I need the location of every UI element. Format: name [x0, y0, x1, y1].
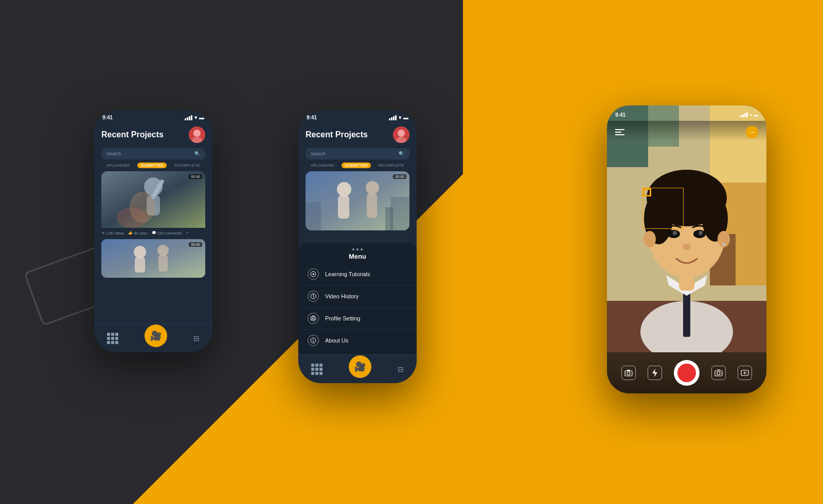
search-placeholder-1: Search	[106, 151, 121, 156]
svg-marker-61	[652, 369, 657, 377]
tab-incomplete-2[interactable]: INCOMPLETE	[375, 163, 407, 168]
video-stats-1: 👁 1.5K Views 👍 4K Likes 💬 220 Comments ↗	[101, 228, 205, 236]
svg-point-63	[717, 372, 720, 375]
record-button[interactable]	[674, 360, 700, 386]
status-bar-1: 9:41 ▾ ▬	[94, 111, 212, 122]
svg-rect-60	[627, 370, 630, 371]
battery-icon-1: ▬	[199, 115, 204, 120]
nav-settings-icon-2[interactable]: ⊟	[398, 365, 404, 373]
search-bar-2[interactable]: Search 🔍	[306, 148, 409, 159]
menu-item-profile[interactable]: Profile Setting	[298, 308, 417, 330]
status-icons-1: ▾ ▬	[185, 115, 204, 120]
dot-2	[356, 248, 359, 250]
time-2: 9:41	[307, 115, 317, 120]
svg-rect-11	[135, 257, 145, 273]
focus-box	[642, 188, 684, 229]
filter-tabs-1: UPLOADING SUBMITTED INCOMPLETE	[101, 163, 205, 168]
search-placeholder-2: Search	[311, 151, 326, 156]
svg-rect-19	[338, 195, 349, 219]
time-1: 9:41	[102, 115, 113, 120]
nav-camera-button-2[interactable]: 🎥	[349, 355, 371, 378]
camera-status-bar: 9:41 ▾ ▬	[607, 105, 766, 121]
camera-bottom-bar	[607, 352, 766, 393]
dot-3	[361, 248, 363, 250]
share-stat: ↗	[186, 231, 189, 235]
camera-top-bar: →	[607, 121, 766, 141]
nav-settings-icon-1[interactable]: ⊟	[193, 334, 200, 343]
menu-overlay: Menu Learning Tutorials Video History	[298, 243, 417, 354]
nav-grid-icon-2[interactable]	[311, 364, 323, 375]
video-thumb-1: 00:00 ▶	[101, 171, 205, 228]
video-card-1[interactable]: 00:00 ▶ 👁 1.5K Views 👍 4K Likes 💬 220 Co…	[101, 171, 205, 236]
bottom-nav-2: 🎥 ⊟	[298, 354, 417, 383]
svg-point-47	[643, 231, 656, 247]
wifi-icon-1: ▾	[194, 115, 197, 120]
menu-item-history[interactable]: Video History	[298, 285, 417, 308]
menu-label-profile: Profile Setting	[325, 315, 360, 321]
svg-rect-21	[367, 193, 377, 218]
views-stat: 👁 1.5K Views	[101, 231, 124, 235]
phone2-header: Recent Projects	[298, 122, 417, 146]
tab-uploading-1[interactable]: UPLOADING	[103, 163, 133, 168]
video-card-2[interactable]: 00:00	[101, 239, 205, 278]
tab-incomplete-1[interactable]: INCOMPLETE	[171, 163, 203, 168]
svg-rect-23	[390, 197, 409, 230]
svg-text:i: i	[313, 339, 314, 343]
avatar-2[interactable]	[393, 127, 409, 143]
nav-grid-icon-1[interactable]	[107, 333, 118, 344]
svg-rect-38	[736, 234, 766, 285]
dot-1	[352, 248, 354, 250]
camera-flip-icon[interactable]	[711, 366, 726, 380]
svg-point-51	[673, 231, 677, 235]
menu-item-tutorials[interactable]: Learning Tutorials	[298, 263, 417, 285]
phone-2: 9:41 ▾ ▬ Recent Projects Search 🔍	[298, 111, 417, 383]
search-bar-1[interactable]: Search 🔍	[101, 148, 205, 159]
comments-stat: 💬 220 Comments	[152, 231, 182, 235]
flash-icon[interactable]	[648, 366, 662, 380]
menu-title: Menu	[298, 253, 417, 260]
svg-rect-24	[385, 207, 393, 230]
avatar-1[interactable]	[189, 127, 205, 143]
likes-stat: 👍 4K Likes	[128, 231, 148, 235]
menu-label-tutorials: Learning Tutorials	[325, 271, 370, 277]
battery-icon-2: ▬	[403, 115, 408, 120]
video-duration-1: 00:00	[189, 174, 202, 179]
phone-3: 9:41 ▾ ▬ →	[607, 105, 766, 393]
video-thumb-2-phone2: 00:00	[306, 171, 409, 230]
video-duration-phone2: 00:00	[393, 174, 406, 179]
status-bar-2: 9:41 ▾ ▬	[298, 111, 417, 122]
search-icon-1: 🔍	[194, 151, 200, 156]
svg-point-1	[193, 130, 201, 137]
menu-label-about: About Us	[325, 337, 348, 344]
video-card-2-phone2[interactable]: 00:00	[306, 171, 409, 230]
record-btn-inner	[677, 364, 696, 382]
menu-dots	[298, 248, 417, 250]
signal-icon-2	[389, 115, 397, 120]
camera-arrow-btn[interactable]: →	[746, 126, 758, 138]
svg-point-29	[312, 316, 315, 319]
svg-point-10	[134, 246, 146, 258]
search-icon-2: 🔍	[399, 151, 404, 156]
camera-bg	[607, 105, 766, 352]
tab-submitted-2[interactable]: SUBMITTED	[342, 163, 371, 168]
phone2-title: Recent Projects	[306, 130, 368, 139]
svg-point-53	[683, 244, 691, 250]
video-duration-2: 00:00	[189, 242, 202, 247]
tab-uploading-2[interactable]: UPLOADING	[308, 163, 337, 168]
wifi-icon-2: ▾	[399, 115, 401, 120]
tutorials-icon	[308, 268, 319, 280]
camera-top-left	[615, 129, 624, 136]
bottom-nav-1: 🎥 ⊟	[94, 323, 212, 352]
svg-point-8	[117, 207, 148, 228]
camera-zoom-icon[interactable]	[738, 366, 752, 380]
filter-tabs-2: UPLOADING SUBMITTED INCOMPLETE	[306, 163, 409, 168]
svg-point-15	[398, 130, 405, 137]
camera-wifi-icon: ▾	[750, 113, 752, 117]
svg-point-54	[722, 243, 725, 246]
camera-photo-icon[interactable]	[621, 366, 636, 380]
menu-item-about[interactable]: i About Us	[298, 330, 417, 351]
nav-camera-button-1[interactable]: 🎥	[145, 325, 167, 347]
svg-rect-13	[158, 255, 168, 272]
svg-point-20	[366, 181, 379, 194]
tab-submitted-1[interactable]: SUBMITTED	[137, 163, 167, 168]
